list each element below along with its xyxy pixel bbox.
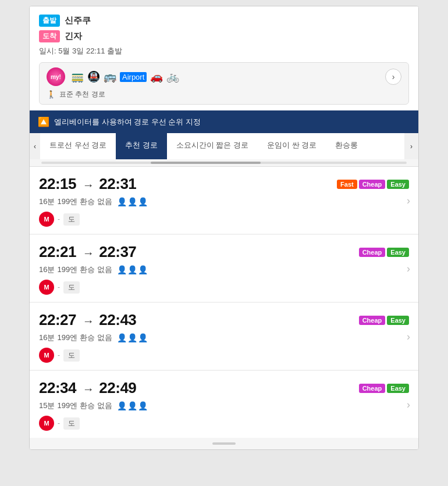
badge-cheap-1: Cheap: [359, 180, 386, 189]
arrival-place: 긴자: [65, 31, 82, 42]
route-line-1: M - 도: [39, 212, 409, 227]
date-value: 5월 3일 22:11 출발: [58, 47, 122, 55]
person-2b: 👤: [127, 265, 137, 274]
time-display-4: 22:34 → 22:49: [39, 379, 136, 397]
line-name-1: 도: [63, 213, 80, 226]
arrival-label: 도착: [39, 30, 60, 42]
arrow-1: →: [83, 178, 97, 191]
transfers-1: 환승 없음: [80, 196, 112, 207]
price-1: 199엔: [57, 196, 77, 207]
chevron-right-2: ›: [407, 262, 410, 274]
handle-bar: [212, 442, 236, 445]
badges-3: Cheap Easy: [359, 316, 409, 325]
arrive-time-2: 22:37: [99, 243, 136, 260]
bottom-handle: [30, 438, 418, 449]
badge-cheap-4: Cheap: [359, 384, 386, 393]
arrow-4: →: [83, 383, 97, 395]
line-dot-1: -: [58, 215, 60, 223]
badge-fast-1: Fast: [337, 180, 357, 189]
person-3c: 👤: [138, 333, 148, 342]
badge-easy-1: Easy: [387, 180, 409, 189]
depart-time-3: 22:27: [39, 311, 76, 328]
badges-2: Cheap Easy: [359, 248, 409, 257]
tab-transfer[interactable]: 트로선 우선 경로: [40, 133, 116, 159]
transfers-3: 환승 없음: [80, 333, 112, 343]
route-line-4: M - 도: [39, 416, 409, 431]
depart-time-1: 22:15: [39, 175, 76, 192]
route-item-1[interactable]: 22:15 → 22:31 Fast Cheap Easy 16분 199엔 환…: [30, 167, 418, 234]
people-icons-4: 👤 👤 👤: [117, 401, 148, 410]
transfers-4: 환승 없음: [80, 401, 112, 411]
person-4b: 👤: [127, 401, 137, 410]
elevator-banner: 🔼 엘리베이터를 사용하여 경로 우선 순위 지정: [30, 110, 418, 133]
person-2c: 👤: [138, 265, 148, 274]
price-3: 199엔: [57, 333, 77, 343]
transport-icons: my! 🚃 🚇 🚌 Airport 🚗 🚲: [47, 67, 179, 86]
badge-cheap-3: Cheap: [359, 316, 386, 325]
line-dot-4: -: [58, 419, 60, 427]
tab-cheap[interactable]: 운임이 싼 경로: [258, 133, 326, 159]
route-detail-4: 15분 199엔 환승 없음 👤 👤 👤: [39, 401, 409, 411]
route-list: 22:15 → 22:31 Fast Cheap Easy 16분 199엔 환…: [30, 167, 418, 438]
price-4: 199엔: [57, 401, 77, 411]
route-line-2: M - 도: [39, 280, 409, 295]
badges-4: Cheap Easy: [359, 384, 409, 393]
depart-time-2: 22:21: [39, 243, 76, 260]
metro-badge-1: M: [39, 212, 54, 227]
price-2: 199엔: [57, 265, 77, 275]
transport-icons-row: my! 🚃 🚇 🚌 Airport 🚗 🚲 ›: [47, 67, 401, 86]
badge-cheap-2: Cheap: [359, 248, 386, 257]
route-item-4[interactable]: 22:34 → 22:49 Cheap Easy 15분 199엔 환승 없음 …: [30, 371, 418, 438]
scrollbar-thumb: [151, 162, 260, 164]
chevron-right-3: ›: [407, 330, 410, 342]
route-header-3: 22:27 → 22:43 Cheap Easy: [39, 311, 409, 329]
date-label: 일시:: [39, 47, 56, 55]
bicycle-icon[interactable]: 🚲: [166, 70, 179, 83]
standard-route-row: 🚶 표준 추천 경로: [47, 90, 401, 99]
duration-1: 16분: [39, 196, 55, 207]
route-item-3[interactable]: 22:27 → 22:43 Cheap Easy 16분 199엔 환승 없음 …: [30, 303, 418, 370]
tab-recommended[interactable]: 추천 경로: [116, 133, 167, 159]
tabs-scroll-container: 트로선 우선 경로 추천 경로 소요시간이 짧은 경로 운임이 싼 경로 환승롱: [30, 133, 418, 159]
arrive-time-4: 22:49: [99, 379, 136, 396]
metro-badge-2: M: [39, 280, 54, 295]
tab-fast[interactable]: 소요시간이 짧은 경로: [167, 133, 258, 159]
transport-arrow-button[interactable]: ›: [385, 69, 401, 85]
route-header-1: 22:15 → 22:31 Fast Cheap Easy: [39, 175, 409, 193]
time-display-3: 22:27 → 22:43: [39, 311, 136, 329]
person-3b: 👤: [127, 333, 137, 342]
person-4c: 👤: [138, 401, 148, 410]
arrow-3: →: [83, 315, 97, 327]
scrollbar-track: [41, 162, 407, 164]
transport-bar: my! 🚃 🚇 🚌 Airport 🚗 🚲 › 🚶: [39, 62, 409, 105]
route-header-2: 22:21 → 22:37 Cheap Easy: [39, 243, 409, 261]
tab-transit[interactable]: 환승롱: [326, 133, 367, 159]
badges-1: Fast Cheap Easy: [337, 180, 409, 189]
airport-icon[interactable]: Airport: [120, 72, 147, 82]
people-icons-1: 👤 👤 👤: [117, 197, 148, 206]
tabs-scroll-right[interactable]: ›: [404, 133, 418, 159]
line-name-4: 도: [63, 417, 80, 430]
departure-place: 신주쿠: [65, 15, 91, 26]
car-icon[interactable]: 🚗: [150, 70, 163, 83]
departure-label: 출발: [39, 15, 60, 27]
arrow-2: →: [83, 246, 97, 259]
metro-badge-4: M: [39, 416, 54, 431]
person-1a: 👤: [117, 197, 127, 206]
arrival-row: 도착 긴자: [39, 30, 409, 42]
route-detail-3: 16분 199엔 환승 없음 👤 👤 👤: [39, 333, 409, 343]
time-display-1: 22:15 → 22:31: [39, 175, 136, 193]
train-icon[interactable]: 🚃: [71, 70, 84, 83]
people-icons-2: 👤 👤 👤: [117, 265, 148, 274]
line-dot-3: -: [58, 351, 60, 359]
badge-easy-4: Easy: [387, 384, 409, 393]
line-name-2: 도: [63, 281, 80, 294]
bus-icon[interactable]: 🚌: [104, 70, 116, 83]
metro-badge-3: M: [39, 348, 54, 363]
route-item-2[interactable]: 22:21 → 22:37 Cheap Easy 16분 199엔 환승 없음 …: [30, 235, 418, 302]
tabs-scrollbar: [30, 159, 418, 166]
subway-icon[interactable]: 🚇: [87, 70, 100, 83]
elevator-icon: 🔼: [38, 116, 49, 127]
tabs-scroll-left[interactable]: ‹: [30, 133, 40, 159]
line-name-3: 도: [63, 349, 80, 362]
